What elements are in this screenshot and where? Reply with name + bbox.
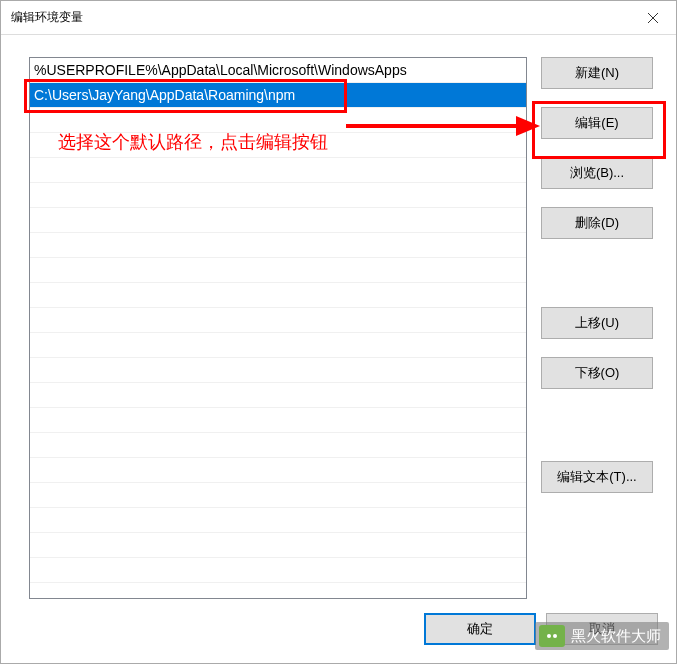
list-item-empty[interactable] [30, 183, 526, 208]
path-list[interactable]: %USERPROFILE%\AppData\Local\Microsoft\Wi… [29, 57, 527, 599]
list-item-empty[interactable] [30, 383, 526, 408]
list-item-empty[interactable] [30, 283, 526, 308]
move-down-button[interactable]: 下移(O) [541, 357, 653, 389]
close-button[interactable] [630, 1, 676, 34]
edit-text-button[interactable]: 编辑文本(T)... [541, 461, 653, 493]
wechat-icon [539, 625, 565, 647]
list-item-empty[interactable] [30, 108, 526, 133]
list-item[interactable]: %USERPROFILE%\AppData\Local\Microsoft\Wi… [30, 58, 526, 83]
side-buttons: 新建(N) 编辑(E) 浏览(B)... 删除(D) 上移(U) 下移(O) 编… [541, 57, 653, 613]
list-item-empty[interactable] [30, 408, 526, 433]
watermark-text: 黑火软件大师 [571, 627, 661, 646]
close-icon [647, 12, 659, 24]
list-item-empty[interactable] [30, 208, 526, 233]
watermark: 黑火软件大师 [535, 622, 669, 650]
content-area: %USERPROFILE%\AppData\Local\Microsoft\Wi… [1, 35, 676, 613]
titlebar: 编辑环境变量 [1, 1, 676, 35]
list-item-empty[interactable] [30, 308, 526, 333]
list-item-empty[interactable] [30, 133, 526, 158]
list-item-empty[interactable] [30, 158, 526, 183]
list-item[interactable]: C:\Users\JayYang\AppData\Roaming\npm [30, 83, 526, 108]
delete-button[interactable]: 删除(D) [541, 207, 653, 239]
list-item-empty[interactable] [30, 233, 526, 258]
ok-button[interactable]: 确定 [424, 613, 536, 645]
list-item-empty[interactable] [30, 433, 526, 458]
dialog-title: 编辑环境变量 [11, 9, 630, 26]
list-item-empty[interactable] [30, 358, 526, 383]
list-item-empty[interactable] [30, 558, 526, 583]
list-item-empty[interactable] [30, 333, 526, 358]
new-button[interactable]: 新建(N) [541, 57, 653, 89]
list-item-empty[interactable] [30, 258, 526, 283]
list-item-empty[interactable] [30, 458, 526, 483]
edit-button[interactable]: 编辑(E) [541, 107, 653, 139]
edit-env-var-dialog: 编辑环境变量 %USERPROFILE%\AppData\Local\Micro… [0, 0, 677, 664]
browse-button[interactable]: 浏览(B)... [541, 157, 653, 189]
list-item-empty[interactable] [30, 483, 526, 508]
list-item-empty[interactable] [30, 508, 526, 533]
list-item-empty[interactable] [30, 533, 526, 558]
move-up-button[interactable]: 上移(U) [541, 307, 653, 339]
